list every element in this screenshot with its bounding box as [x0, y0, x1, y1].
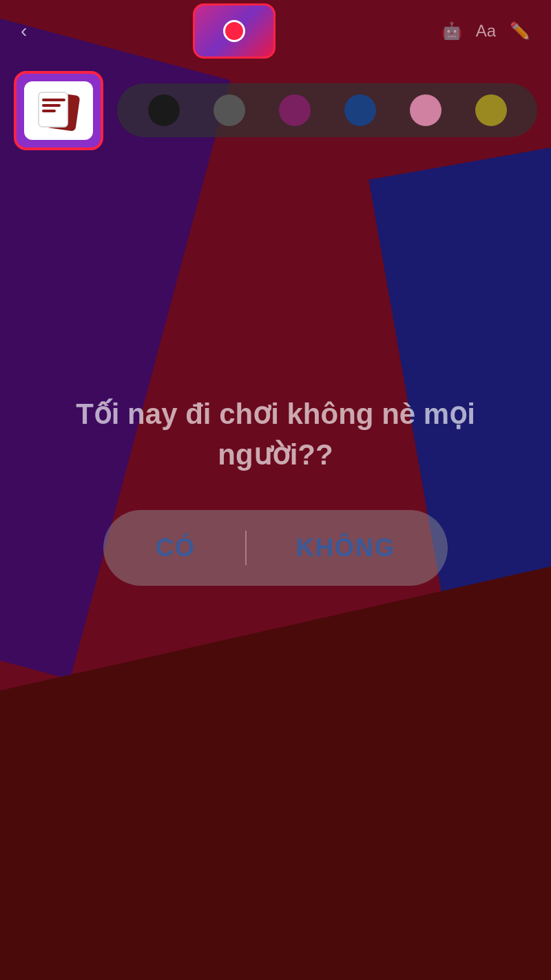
- color-dot-purple[interactable]: [279, 94, 311, 126]
- card-line-3: [42, 110, 56, 112]
- back-button[interactable]: ‹: [21, 20, 27, 42]
- color-dot-olive[interactable]: [475, 94, 507, 126]
- card-line-1: [42, 99, 65, 101]
- color-picker-preview: [193, 3, 276, 59]
- color-dot-pink[interactable]: [410, 94, 441, 126]
- sticker-inner: [24, 81, 93, 140]
- card-icon: [38, 92, 79, 130]
- toolbar-right: 🤖 Aa ✏️: [441, 21, 530, 41]
- toolbar: ‹ 🤖 Aa ✏️: [0, 0, 551, 62]
- font-icon[interactable]: Aa: [476, 21, 496, 41]
- color-dot-gray[interactable]: [214, 94, 245, 126]
- answer-buttons: CÓ KHÔNG: [103, 510, 448, 586]
- question-text: Tối nay đi chơi không nè mọi người??: [0, 394, 551, 476]
- color-dot-black[interactable]: [148, 94, 180, 126]
- color-dot-blue[interactable]: [344, 94, 376, 126]
- sticker-selected[interactable]: [14, 71, 103, 150]
- pen-icon[interactable]: ✏️: [510, 21, 530, 41]
- sticker-panel: [0, 69, 551, 152]
- card-front: [38, 92, 68, 127]
- answer-divider: [245, 531, 247, 565]
- main-container: ‹ 🤖 Aa ✏️: [0, 0, 551, 980]
- yes-button[interactable]: CÓ: [128, 527, 223, 569]
- color-dots-container: [117, 83, 537, 137]
- no-button[interactable]: KHÔNG: [269, 527, 423, 569]
- color-picker-dot: [223, 20, 245, 42]
- card-line-2: [42, 104, 61, 107]
- color-picker-button[interactable]: [193, 3, 276, 59]
- sticker-icon[interactable]: 🤖: [441, 21, 462, 41]
- card-lines: [42, 99, 65, 115]
